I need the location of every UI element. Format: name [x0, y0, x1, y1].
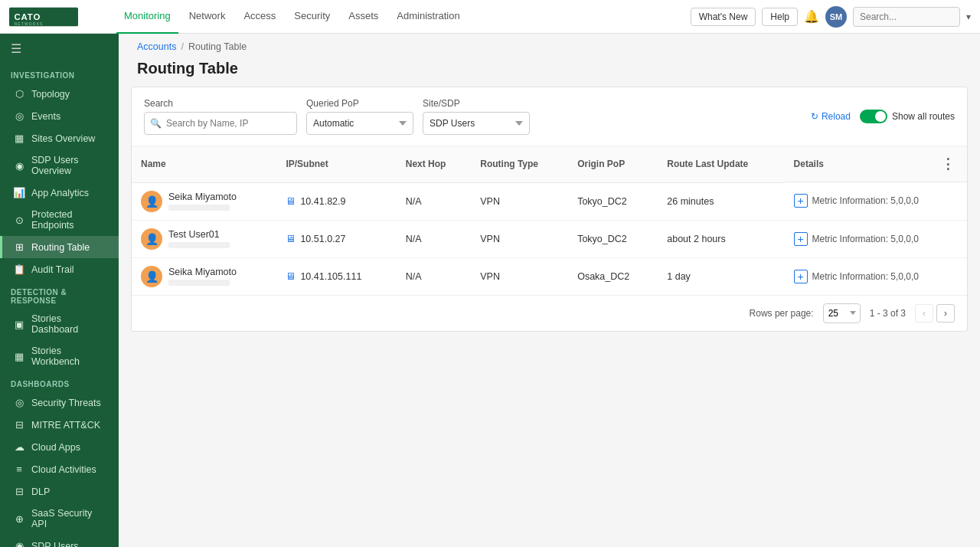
cell-name-0: 👤 Seika Miyamoto — [132, 182, 276, 220]
sidebar-item-events[interactable]: ◎ Events — [0, 105, 119, 127]
cell-routingtype-0: VPN — [471, 182, 568, 220]
sidebar-label-sites-overview: Sites Overview — [31, 133, 95, 144]
sidebar-label-events: Events — [31, 111, 60, 122]
sidebar-item-stories-workbench[interactable]: ▦ Stories Workbench — [0, 340, 119, 372]
top-search-input[interactable] — [853, 7, 960, 27]
svg-text:CATO: CATO — [15, 12, 41, 21]
user-cell-1: 👤 Test User01 — [141, 228, 267, 250]
sidebar-item-app-analytics[interactable]: 📊 App Analytics — [0, 182, 119, 204]
detail-cell-0: + Metric Information: 5,0,0,0 — [794, 194, 958, 208]
avatar[interactable]: SM — [825, 6, 847, 28]
ip-icon-0: 🖥 — [286, 195, 296, 207]
sidebar-item-stories-dashboard[interactable]: ▣ Stories Dashboard — [0, 308, 119, 340]
sidebar: ☰ INVESTIGATION ⬡ Topology ◎ Events ▦ Si… — [0, 34, 119, 547]
sidebar-item-sites-overview[interactable]: ▦ Sites Overview — [0, 127, 119, 149]
site-sdp-label: Site/SDP — [423, 98, 530, 109]
protected-endpoints-icon: ⊙ — [13, 215, 25, 226]
nav-right-controls: What's New Help 🔔 SM ▾ — [691, 6, 971, 28]
rows-per-page-label: Rows per page: — [750, 308, 814, 319]
sidebar-label-sdp-users-overview: SDP Users Overview — [31, 155, 108, 176]
detail-cell-1: + Metric Information: 5,0,0,0 — [794, 232, 958, 246]
dropdown-arrow-icon[interactable]: ▾ — [966, 11, 971, 22]
sidebar-label-topology: Topology — [31, 89, 70, 100]
nav-access[interactable]: Access — [236, 0, 283, 34]
sidebar-item-dlp[interactable]: ⊟ DLP — [0, 480, 119, 503]
nav-monitoring[interactable]: Monitoring — [116, 0, 178, 34]
nav-security[interactable]: Security — [286, 0, 338, 34]
search-input[interactable] — [144, 112, 297, 135]
search-input-wrap: 🔍 — [144, 112, 297, 135]
detail-expand-0[interactable]: + — [794, 194, 808, 208]
mitre-icon: ⊟ — [13, 419, 25, 431]
sidebar-item-sdp-users-overview[interactable]: ◉ SDP Users Overview — [0, 149, 119, 182]
sidebar-item-cloud-activities[interactable]: ≡ Cloud Activities — [0, 458, 119, 480]
detail-expand-2[interactable]: + — [794, 270, 808, 283]
stories-workbench-icon: ▦ — [13, 351, 25, 362]
topology-icon: ⬡ — [13, 88, 25, 100]
help-button[interactable]: Help — [762, 8, 798, 26]
sidebar-label-cloud-activities: Cloud Activities — [31, 464, 96, 475]
show-all-routes-toggle[interactable] — [860, 110, 887, 123]
next-page-button[interactable]: › — [936, 304, 955, 323]
notifications-icon[interactable]: 🔔 — [804, 9, 819, 24]
sidebar-label-cloud-apps: Cloud Apps — [31, 442, 80, 453]
cell-detail-2: + Metric Information: 5,0,0,0 — [785, 257, 967, 295]
detail-expand-1[interactable]: + — [794, 232, 808, 246]
sidebar-item-mitre-attack[interactable]: ⊟ MITRE ATT&CK — [0, 414, 119, 436]
security-threats-icon: ◎ — [13, 397, 25, 408]
col-ip-subnet: IP/Subnet — [276, 146, 396, 182]
breadcrumb-accounts-link[interactable]: Accounts — [137, 41, 176, 52]
ip-cell-2: 🖥 10.41.105.111 — [286, 270, 387, 282]
sites-overview-icon: ▦ — [13, 133, 25, 144]
nav-administration[interactable]: Administration — [389, 0, 467, 34]
detail-text-0: Metric Information: 5,0,0,0 — [812, 195, 919, 206]
rows-per-page-select[interactable]: 25 10 50 100 — [823, 303, 861, 323]
ip-value-0: 10.41.82.9 — [300, 196, 345, 207]
detail-text-2: Metric Information: 5,0,0,0 — [812, 271, 919, 282]
pagination-row: Rows per page: 25 10 50 100 1 - 3 of 3 ‹… — [132, 295, 967, 331]
stories-dashboard-icon: ▣ — [13, 319, 25, 330]
cell-originpop-1: Tokyo_DC2 — [568, 220, 658, 257]
site-sdp-select[interactable]: SDP Users — [423, 112, 530, 135]
sidebar-item-routing-table[interactable]: ⊞ Routing Table — [0, 236, 119, 258]
sidebar-toggle-icon[interactable]: ☰ — [0, 34, 119, 64]
sidebar-item-saas-security[interactable]: ⊕ SaaS Security API — [0, 503, 119, 535]
show-all-routes-toggle-wrap: Show all routes — [860, 110, 955, 123]
table-more-menu-icon[interactable]: ⋮ — [938, 152, 958, 175]
queried-pop-select[interactable]: Automatic — [306, 112, 413, 135]
cell-name-2: 👤 Seika Miyamoto — [132, 257, 276, 295]
top-navigation: CATO NETWORKS Monitoring Network Access … — [0, 0, 980, 34]
sidebar-label-app-analytics: App Analytics — [31, 188, 89, 198]
ip-icon-2: 🖥 — [286, 270, 296, 282]
cato-logo: CATO NETWORKS — [9, 6, 78, 28]
toggle-knob — [875, 111, 886, 122]
sidebar-item-protected-endpoints[interactable]: ⊙ Protected Endpoints — [0, 204, 119, 236]
dlp-icon: ⊟ — [13, 486, 25, 497]
sidebar-item-sdp-users[interactable]: ◉ SDP Users — [0, 535, 119, 547]
body-layout: ☰ INVESTIGATION ⬡ Topology ◎ Events ▦ Si… — [0, 34, 980, 547]
sidebar-item-audit-trail[interactable]: 📋 Audit Trail — [0, 258, 119, 280]
nav-network[interactable]: Network — [181, 0, 234, 34]
section-detection-label: DETECTION & RESPONSE — [0, 280, 119, 308]
cloud-apps-icon: ☁ — [13, 441, 25, 453]
search-label: Search — [144, 98, 297, 109]
routing-table-container: Search 🔍 Queried PoP Automatic Site/SDP — [131, 87, 968, 332]
prev-page-button[interactable]: ‹ — [915, 304, 933, 323]
nav-assets[interactable]: Assets — [341, 0, 386, 34]
sidebar-item-cloud-apps[interactable]: ☁ Cloud Apps — [0, 436, 119, 458]
sidebar-item-topology[interactable]: ⬡ Topology — [0, 83, 119, 105]
reload-button[interactable]: ↻ Reload — [811, 111, 851, 122]
table-header: Name IP/Subnet Next Hop Routing Type Ori… — [132, 146, 967, 182]
table-row: 👤 Seika Miyamoto 🖥 10.41.82.9 — [132, 182, 967, 220]
ip-icon-1: 🖥 — [286, 233, 296, 244]
right-controls: ↻ Reload Show all routes — [811, 110, 955, 123]
breadcrumb: Accounts / Routing Table — [119, 34, 980, 57]
cell-nexthop-2: N/A — [397, 257, 472, 295]
site-sdp-filter-group: Site/SDP SDP Users — [423, 98, 530, 135]
cell-ip-1: 🖥 10.51.0.27 — [276, 220, 396, 257]
sidebar-item-security-threats[interactable]: ◎ Security Threats — [0, 391, 119, 414]
ip-value-1: 10.51.0.27 — [300, 234, 345, 244]
cell-routingtype-2: VPN — [471, 257, 568, 295]
sidebar-label-audit-trail: Audit Trail — [31, 264, 74, 275]
whats-new-button[interactable]: What's New — [691, 8, 756, 26]
